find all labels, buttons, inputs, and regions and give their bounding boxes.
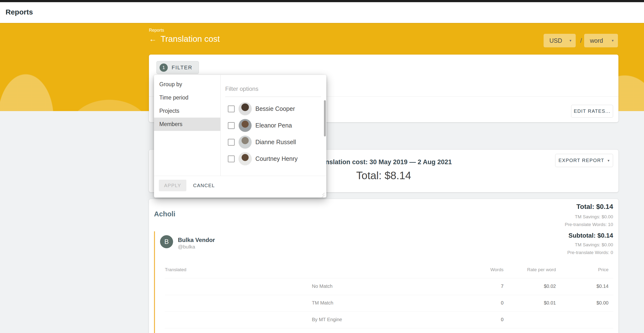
member-list: Bessie Cooper Eleanor Pena Dianne Russel…	[220, 101, 323, 167]
member-row-eleanor-pena[interactable]: Eleanor Pena	[220, 117, 323, 134]
language-name: Acholi	[154, 210, 176, 218]
filter-category-projects[interactable]: Projects	[154, 104, 220, 118]
filter-button[interactable]: 1 FILTER	[156, 61, 199, 74]
resize-handle[interactable]	[319, 191, 325, 196]
member-name: Dianne Russell	[256, 139, 296, 146]
language-pretranslate-words: Pre-translate Words: 10	[565, 222, 613, 227]
table-cell-rate: $0.02	[544, 283, 556, 289]
table-row-label: TM Match	[312, 300, 333, 306]
filter-category-time-period[interactable]: Time period	[154, 91, 220, 104]
checkbox[interactable]	[228, 139, 234, 146]
filter-category-members[interactable]: Members	[154, 118, 220, 131]
breadcrumb[interactable]: Reports	[149, 28, 164, 33]
table-cell-words: 0	[501, 317, 504, 322]
table-row-label: No Match	[312, 283, 332, 289]
vendor-username: @bulka	[178, 244, 195, 250]
avatar-bessie-cooper	[238, 102, 252, 115]
window-top-strip	[0, 0, 644, 2]
table-divider	[165, 278, 613, 278]
table-cell-price: $0.14	[596, 283, 608, 289]
filter-category-list: Group by Time period Projects Members	[154, 78, 220, 131]
table-divider	[165, 328, 613, 328]
table-header-rate: Rate per word	[527, 267, 556, 272]
app-bar: Reports	[0, 2, 644, 23]
table-row-label: By MT Engine	[312, 317, 342, 322]
filter-options-input[interactable]	[225, 83, 319, 95]
member-row-dianne-russell[interactable]: Dianne Russell	[220, 134, 323, 150]
checkbox[interactable]	[228, 156, 234, 162]
table-divider	[165, 311, 613, 312]
vendor-name: Bulka Vendor	[178, 237, 215, 243]
language-total: Total: $0.14	[576, 203, 613, 211]
checkbox[interactable]	[228, 122, 234, 129]
input-underline	[225, 97, 321, 97]
member-name: Courtney Henry	[256, 155, 298, 162]
export-report-label: EXPORT REPORT	[558, 158, 604, 163]
language-section-card: Acholi Total: $0.14 TM Savings: $0.00 Pr…	[149, 199, 618, 333]
table-cell-words: 7	[501, 283, 504, 289]
report-title: Translation cost	[160, 34, 220, 44]
popup-scrollbar[interactable]	[324, 100, 326, 136]
table-cell-price: $0.00	[596, 300, 608, 306]
member-row-courtney-henry[interactable]: Courtney Henry	[220, 150, 323, 167]
unit-value: word	[590, 37, 603, 44]
chevron-down-icon: ▾	[612, 38, 614, 43]
member-row-bessie-cooper[interactable]: Bessie Cooper	[220, 101, 323, 117]
currency-select[interactable]: USD ▾	[544, 34, 576, 47]
filter-popup: Group by Time period Projects Members Be…	[154, 75, 326, 198]
chevron-down-icon: ▾	[570, 38, 571, 43]
currency-value: USD	[550, 37, 562, 44]
table-cell-words: 0	[501, 300, 504, 306]
table-divider	[165, 295, 613, 295]
currency-unit-separator: /	[578, 34, 584, 47]
filter-count-badge: 1	[160, 64, 168, 72]
avatar-dianne-russell	[238, 135, 252, 149]
cancel-button[interactable]: CANCEL	[193, 180, 215, 191]
back-arrow-icon[interactable]: ←	[149, 35, 157, 43]
page-title: Reports	[6, 8, 33, 16]
export-report-button[interactable]: EXPORT REPORT ▾	[555, 154, 613, 167]
member-name: Eleanor Pena	[256, 122, 292, 129]
apply-button[interactable]: APPLY	[159, 180, 186, 191]
vendor-avatar: B	[160, 235, 173, 248]
edit-rates-label: EDIT RATES...	[574, 108, 610, 114]
edit-rates-button[interactable]: EDIT RATES...	[571, 105, 613, 118]
table-header-translated: Translated	[165, 267, 186, 272]
table-header-words: Words	[490, 267, 504, 272]
member-name: Bessie Cooper	[256, 105, 295, 112]
vendor-tm-savings: TM Savings: $0.00	[575, 242, 613, 247]
vendor-accent-border	[154, 231, 155, 333]
filter-button-label: FILTER	[172, 65, 192, 71]
unit-select[interactable]: word ▾	[584, 34, 618, 47]
popup-footer-divider	[154, 176, 326, 176]
checkbox[interactable]	[228, 106, 234, 112]
vendor-pretranslate-words: Pre-translate Words: 0	[567, 250, 613, 255]
chevron-down-icon: ▾	[608, 158, 610, 163]
avatar-eleanor-pena	[238, 119, 252, 132]
vendor-subtotal: Subtotal: $0.14	[568, 232, 613, 239]
language-tm-savings: TM Savings: $0.00	[575, 214, 613, 219]
table-header-price: Price	[598, 267, 608, 272]
filter-category-group-by[interactable]: Group by	[154, 78, 220, 91]
table-cell-rate: $0.01	[544, 300, 556, 306]
avatar-courtney-henry	[238, 152, 252, 165]
